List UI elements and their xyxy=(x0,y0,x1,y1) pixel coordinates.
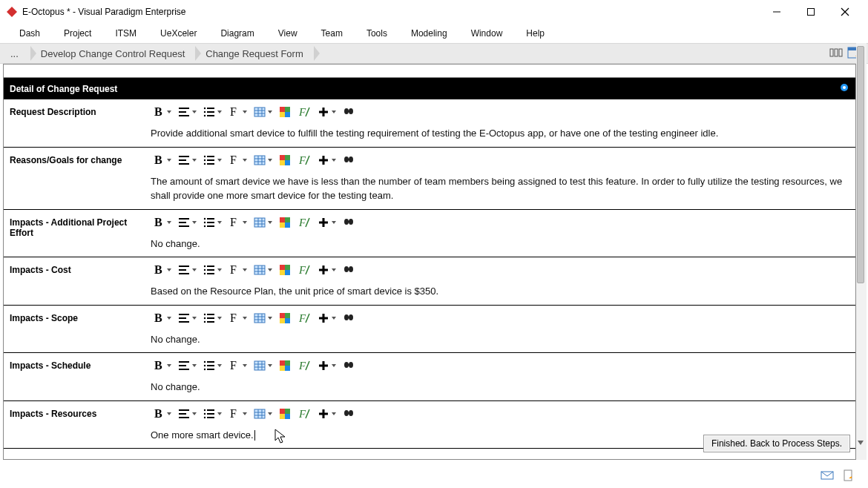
shape-color-button[interactable] xyxy=(277,151,293,169)
mail-icon[interactable] xyxy=(821,469,834,484)
field-text[interactable]: Provide additional smart device to fulfi… xyxy=(151,125,849,141)
find-button[interactable] xyxy=(341,151,357,169)
close-button[interactable] xyxy=(828,1,862,23)
insert-button[interactable] xyxy=(315,214,338,231)
font-button[interactable]: F xyxy=(226,357,249,375)
breadcrumb-ellipsis[interactable]: ... xyxy=(3,44,30,62)
align-button[interactable] xyxy=(176,214,198,231)
align-button[interactable] xyxy=(176,309,198,327)
svg-rect-164 xyxy=(280,360,285,366)
shape-color-button[interactable] xyxy=(277,261,293,279)
insert-button[interactable] xyxy=(315,151,338,169)
shape-style-button[interactable]: F xyxy=(296,103,312,121)
bold-button[interactable]: B xyxy=(151,357,173,375)
list-button[interactable] xyxy=(201,357,223,375)
bold-button[interactable]: B xyxy=(151,309,173,327)
insert-button[interactable] xyxy=(315,357,338,375)
toolbar-layout-icon[interactable] xyxy=(829,47,843,61)
align-button[interactable] xyxy=(176,103,198,121)
font-button[interactable]: F xyxy=(226,103,249,121)
table-button[interactable] xyxy=(251,405,274,423)
menu-dash[interactable]: Dash xyxy=(7,25,52,42)
minimize-button[interactable] xyxy=(760,1,794,23)
table-button[interactable] xyxy=(251,151,274,169)
field-text[interactable]: Based on the Resource Plan, the unit pri… xyxy=(151,283,849,299)
menu-modeling[interactable]: Modeling xyxy=(399,25,459,42)
insert-button[interactable] xyxy=(315,103,338,121)
shape-style-button[interactable]: F xyxy=(296,405,312,423)
field-row: Reasons/Goals for change BFF The amount … xyxy=(4,148,855,210)
shape-style-button[interactable]: F xyxy=(296,151,312,169)
insert-button[interactable] xyxy=(315,405,338,423)
field-text[interactable]: No change. xyxy=(151,235,849,251)
table-button[interactable] xyxy=(251,309,274,327)
svg-rect-139 xyxy=(280,318,285,323)
table-button[interactable] xyxy=(251,357,274,375)
bold-button[interactable]: B xyxy=(151,151,173,169)
list-button[interactable] xyxy=(201,405,223,423)
scroll-down-arrow-icon[interactable] xyxy=(858,441,864,445)
chevron-down-icon xyxy=(217,159,222,162)
field-text[interactable]: No change. xyxy=(151,331,849,347)
align-button[interactable] xyxy=(176,405,198,423)
menu-uexceler[interactable]: UeXceler xyxy=(148,25,208,42)
list-button[interactable] xyxy=(201,261,223,279)
shape-color-button[interactable] xyxy=(277,214,293,231)
insert-button[interactable] xyxy=(315,309,338,327)
breadcrumb-develop-change-control-request[interactable]: Develop Change Control Request xyxy=(30,44,195,62)
find-button[interactable] xyxy=(341,214,357,231)
bold-button[interactable]: B xyxy=(151,261,173,279)
align-button[interactable] xyxy=(176,151,198,169)
table-button[interactable] xyxy=(251,214,274,231)
field-text[interactable]: The amount of smart device we have is le… xyxy=(151,173,849,203)
pin-icon[interactable] xyxy=(839,82,849,95)
align-button[interactable] xyxy=(176,357,198,375)
shape-style-button[interactable]: F xyxy=(296,309,312,327)
list-button[interactable] xyxy=(201,151,223,169)
find-button[interactable] xyxy=(341,261,357,279)
shape-style-button[interactable]: F xyxy=(296,214,312,231)
shape-color-button[interactable] xyxy=(277,309,293,327)
breadcrumb-change-request-form[interactable]: Change Request Form xyxy=(195,44,314,62)
font-button[interactable]: F xyxy=(226,261,249,279)
font-button[interactable]: F xyxy=(226,405,249,423)
table-button[interactable] xyxy=(251,261,274,279)
menu-window[interactable]: Window xyxy=(459,25,515,42)
find-button[interactable] xyxy=(341,103,357,121)
find-button[interactable] xyxy=(341,309,357,327)
shape-style-button[interactable]: F xyxy=(296,261,312,279)
svg-rect-29 xyxy=(280,107,285,112)
bold-button[interactable]: B xyxy=(151,103,173,121)
field-text[interactable]: No change. xyxy=(151,378,849,395)
scrollbar-thumb[interactable] xyxy=(857,46,864,283)
document-icon[interactable] xyxy=(841,469,855,484)
maximize-button[interactable] xyxy=(794,1,828,23)
finished-back-to-process-steps-button[interactable]: Finished. Back to Process Steps. xyxy=(703,435,850,452)
menu-view[interactable]: View xyxy=(266,25,309,42)
menu-project[interactable]: Project xyxy=(52,25,103,42)
shape-color-button[interactable] xyxy=(277,103,293,121)
find-button[interactable] xyxy=(341,405,357,423)
menu-diagram[interactable]: Diagram xyxy=(208,25,266,42)
shape-color-button[interactable] xyxy=(277,357,293,375)
font-button[interactable]: F xyxy=(226,214,249,231)
table-button[interactable] xyxy=(251,103,274,121)
menu-team[interactable]: Team xyxy=(309,25,355,42)
find-button[interactable] xyxy=(341,357,357,375)
menu-itsm[interactable]: ITSM xyxy=(103,25,148,42)
vertical-scrollbar[interactable] xyxy=(856,43,867,460)
insert-button[interactable] xyxy=(315,261,338,279)
align-button[interactable] xyxy=(176,261,198,279)
menu-help[interactable]: Help xyxy=(514,25,556,42)
shape-style-button[interactable]: F xyxy=(296,357,312,375)
bold-button[interactable]: B xyxy=(151,405,173,423)
list-button[interactable] xyxy=(201,103,223,121)
shape-color-button[interactable] xyxy=(277,405,293,423)
bold-button[interactable]: B xyxy=(151,214,173,231)
list-button[interactable] xyxy=(201,309,223,327)
font-button[interactable]: F xyxy=(226,309,249,327)
menu-tools[interactable]: Tools xyxy=(355,25,399,42)
font-button[interactable]: F xyxy=(226,151,249,169)
list-button[interactable] xyxy=(201,214,223,231)
svg-rect-59 xyxy=(285,160,290,165)
